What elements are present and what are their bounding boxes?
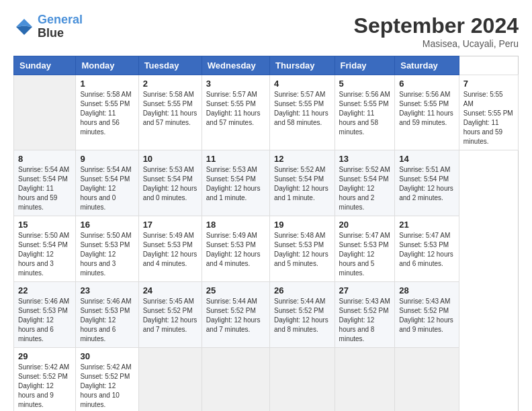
calendar-cell: 19Sunrise: 5:48 AM Sunset: 5:53 PM Dayli… <box>270 216 335 282</box>
day-number: 1 <box>80 79 134 89</box>
calendar-cell: 15Sunrise: 5:50 AM Sunset: 5:54 PM Dayli… <box>14 216 76 282</box>
calendar-week-3: 15Sunrise: 5:50 AM Sunset: 5:54 PM Dayli… <box>14 216 519 282</box>
day-number: 29 <box>18 351 71 361</box>
day-info: Sunrise: 5:42 AM Sunset: 5:52 PM Dayligh… <box>18 363 71 410</box>
day-info: Sunrise: 5:43 AM Sunset: 5:52 PM Dayligh… <box>399 297 455 334</box>
calendar-week-4: 22Sunrise: 5:46 AM Sunset: 5:53 PM Dayli… <box>14 282 519 348</box>
weekday-header-tuesday: Tuesday <box>138 56 202 75</box>
calendar-cell: 7Sunrise: 5:55 AM Sunset: 5:55 PM Daylig… <box>459 75 518 150</box>
calendar-cell: 4Sunrise: 5:57 AM Sunset: 5:55 PM Daylig… <box>270 75 335 150</box>
day-info: Sunrise: 5:44 AM Sunset: 5:52 PM Dayligh… <box>274 297 330 334</box>
day-info: Sunrise: 5:56 AM Sunset: 5:55 PM Dayligh… <box>339 90 391 137</box>
calendar-cell: 30Sunrise: 5:42 AM Sunset: 5:52 PM Dayli… <box>76 348 138 412</box>
logo-text: General Blue <box>38 13 83 40</box>
day-info: Sunrise: 5:43 AM Sunset: 5:52 PM Dayligh… <box>339 297 391 344</box>
day-info: Sunrise: 5:46 AM Sunset: 5:53 PM Dayligh… <box>80 297 134 344</box>
calendar-cell: 13Sunrise: 5:52 AM Sunset: 5:54 PM Dayli… <box>335 150 395 216</box>
calendar-cell: 17Sunrise: 5:49 AM Sunset: 5:53 PM Dayli… <box>138 216 202 282</box>
weekday-header-saturday: Saturday <box>395 56 459 75</box>
day-number: 21 <box>399 220 455 230</box>
svg-marker-0 <box>16 19 32 27</box>
day-number: 12 <box>274 154 330 164</box>
day-number: 5 <box>339 79 391 89</box>
title-block: September 2024 Masisea, Ucayali, Peru <box>354 13 519 49</box>
calendar-cell: 6Sunrise: 5:56 AM Sunset: 5:55 PM Daylig… <box>395 75 459 150</box>
calendar-cell: 10Sunrise: 5:53 AM Sunset: 5:54 PM Dayli… <box>138 150 202 216</box>
weekday-header-sunday: Sunday <box>14 56 76 75</box>
day-info: Sunrise: 5:54 AM Sunset: 5:54 PM Dayligh… <box>18 165 71 212</box>
day-info: Sunrise: 5:49 AM Sunset: 5:53 PM Dayligh… <box>143 231 197 269</box>
day-number: 15 <box>18 220 71 230</box>
day-info: Sunrise: 5:53 AM Sunset: 5:54 PM Dayligh… <box>143 165 197 203</box>
day-info: Sunrise: 5:58 AM Sunset: 5:55 PM Dayligh… <box>143 90 197 128</box>
day-number: 7 <box>463 79 514 89</box>
weekday-header-wednesday: Wednesday <box>202 56 269 75</box>
day-number: 28 <box>399 285 455 295</box>
calendar-cell: 24Sunrise: 5:45 AM Sunset: 5:52 PM Dayli… <box>138 282 202 348</box>
calendar-cell: 26Sunrise: 5:44 AM Sunset: 5:52 PM Dayli… <box>270 282 335 348</box>
calendar-cell: 8Sunrise: 5:54 AM Sunset: 5:54 PM Daylig… <box>14 150 76 216</box>
calendar-cell <box>395 348 459 412</box>
day-info: Sunrise: 5:57 AM Sunset: 5:55 PM Dayligh… <box>206 90 265 128</box>
day-number: 9 <box>80 154 134 164</box>
calendar-cell: 18Sunrise: 5:49 AM Sunset: 5:53 PM Dayli… <box>202 216 269 282</box>
calendar-cell: 28Sunrise: 5:43 AM Sunset: 5:52 PM Dayli… <box>395 282 459 348</box>
day-info: Sunrise: 5:48 AM Sunset: 5:53 PM Dayligh… <box>274 231 330 269</box>
calendar-cell: 27Sunrise: 5:43 AM Sunset: 5:52 PM Dayli… <box>335 282 395 348</box>
calendar-cell <box>138 348 202 412</box>
day-info: Sunrise: 5:53 AM Sunset: 5:54 PM Dayligh… <box>206 165 265 203</box>
calendar-cell: 12Sunrise: 5:52 AM Sunset: 5:54 PM Dayli… <box>270 150 335 216</box>
month-title: September 2024 <box>354 13 519 38</box>
day-info: Sunrise: 5:46 AM Sunset: 5:53 PM Dayligh… <box>18 297 71 344</box>
calendar-cell: 14Sunrise: 5:51 AM Sunset: 5:54 PM Dayli… <box>395 150 459 216</box>
logo: General Blue <box>13 13 83 40</box>
svg-marker-1 <box>16 26 32 35</box>
day-number: 23 <box>80 285 134 295</box>
day-number: 27 <box>339 285 391 295</box>
calendar-cell: 5Sunrise: 5:56 AM Sunset: 5:55 PM Daylig… <box>335 75 395 150</box>
day-number: 14 <box>399 154 455 164</box>
day-number: 4 <box>274 79 330 89</box>
day-number: 20 <box>339 220 391 230</box>
weekday-header-row: SundayMondayTuesdayWednesdayThursdayFrid… <box>14 56 519 75</box>
weekday-header-friday: Friday <box>335 56 395 75</box>
calendar-week-5: 29Sunrise: 5:42 AM Sunset: 5:52 PM Dayli… <box>14 348 519 412</box>
calendar-cell: 29Sunrise: 5:42 AM Sunset: 5:52 PM Dayli… <box>14 348 76 412</box>
day-number: 18 <box>206 220 265 230</box>
day-info: Sunrise: 5:42 AM Sunset: 5:52 PM Dayligh… <box>80 363 134 410</box>
calendar-cell: 20Sunrise: 5:47 AM Sunset: 5:53 PM Dayli… <box>335 216 395 282</box>
day-number: 6 <box>399 79 455 89</box>
logo-icon <box>13 16 35 38</box>
day-info: Sunrise: 5:52 AM Sunset: 5:54 PM Dayligh… <box>274 165 330 203</box>
day-info: Sunrise: 5:47 AM Sunset: 5:53 PM Dayligh… <box>339 231 391 278</box>
day-number: 25 <box>206 285 265 295</box>
page-header: General Blue September 2024 Masisea, Uca… <box>13 13 519 49</box>
day-number: 13 <box>339 154 391 164</box>
day-number: 11 <box>206 154 265 164</box>
calendar-cell: 1Sunrise: 5:58 AM Sunset: 5:55 PM Daylig… <box>76 75 138 150</box>
day-number: 10 <box>143 154 197 164</box>
day-number: 3 <box>206 79 265 89</box>
day-info: Sunrise: 5:47 AM Sunset: 5:53 PM Dayligh… <box>399 231 455 269</box>
calendar-cell <box>270 348 335 412</box>
calendar-cell: 2Sunrise: 5:58 AM Sunset: 5:55 PM Daylig… <box>138 75 202 150</box>
day-number: 30 <box>80 351 134 361</box>
calendar-cell <box>335 348 395 412</box>
day-number: 24 <box>143 285 197 295</box>
day-number: 19 <box>274 220 330 230</box>
calendar-cell <box>202 348 269 412</box>
calendar-week-2: 8Sunrise: 5:54 AM Sunset: 5:54 PM Daylig… <box>14 150 519 216</box>
day-info: Sunrise: 5:45 AM Sunset: 5:52 PM Dayligh… <box>143 297 197 334</box>
day-info: Sunrise: 5:57 AM Sunset: 5:55 PM Dayligh… <box>274 90 330 128</box>
day-number: 17 <box>143 220 197 230</box>
calendar-cell: 11Sunrise: 5:53 AM Sunset: 5:54 PM Dayli… <box>202 150 269 216</box>
calendar-cell: 16Sunrise: 5:50 AM Sunset: 5:53 PM Dayli… <box>76 216 138 282</box>
day-info: Sunrise: 5:51 AM Sunset: 5:54 PM Dayligh… <box>399 165 455 203</box>
weekday-header-monday: Monday <box>76 56 138 75</box>
weekday-header-thursday: Thursday <box>270 56 335 75</box>
day-number: 16 <box>80 220 134 230</box>
day-number: 22 <box>18 285 71 295</box>
day-number: 26 <box>274 285 330 295</box>
day-info: Sunrise: 5:54 AM Sunset: 5:54 PM Dayligh… <box>80 165 134 212</box>
day-info: Sunrise: 5:50 AM Sunset: 5:54 PM Dayligh… <box>18 231 71 278</box>
